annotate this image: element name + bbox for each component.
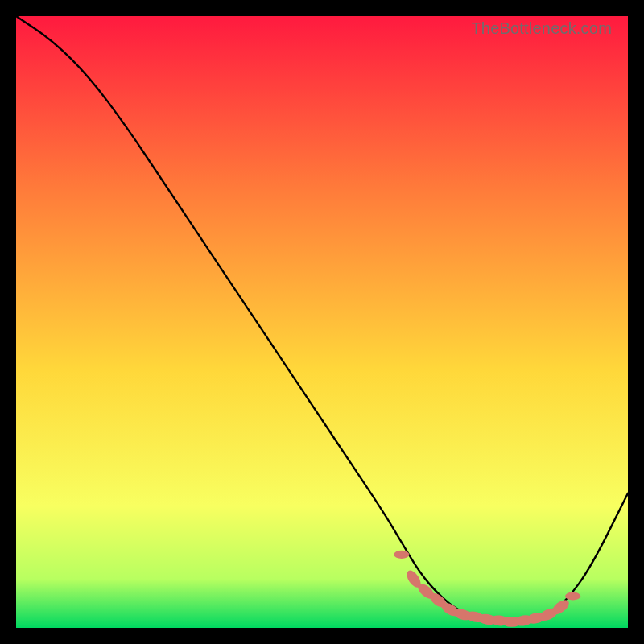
gradient-background bbox=[16, 16, 628, 628]
bottleneck-chart bbox=[16, 16, 628, 628]
highlight-dot bbox=[394, 551, 409, 559]
watermark-text: TheBottleneck.com bbox=[471, 19, 612, 38]
chart-frame: TheBottleneck.com bbox=[16, 16, 628, 628]
highlight-dot bbox=[565, 592, 580, 600]
